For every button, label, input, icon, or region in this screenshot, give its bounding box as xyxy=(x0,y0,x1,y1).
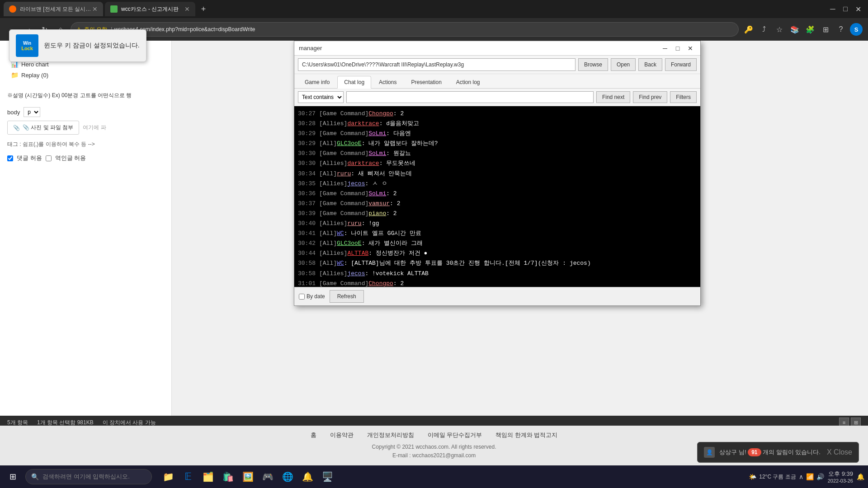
chat-player: SoLmi xyxy=(368,189,386,199)
body-select[interactable]: p xyxy=(24,107,40,117)
by-date-checkbox[interactable] xyxy=(299,294,305,300)
chat-time: 30:41 xyxy=(298,229,316,239)
tab-presentation[interactable]: Presentation xyxy=(404,76,448,88)
profile-button[interactable]: S xyxy=(850,23,863,36)
chat-line: 30:39[Game Command] piano: 2 xyxy=(298,209,697,219)
help-icon[interactable]: ? xyxy=(835,23,847,36)
browse-button[interactable]: Browse xyxy=(578,58,608,71)
filters-button[interactable]: Filters xyxy=(670,91,697,103)
open-button[interactable]: Open xyxy=(611,58,636,71)
taskbar-store[interactable]: 🛍️ xyxy=(219,468,237,486)
tab2-favicon xyxy=(110,5,118,13)
footer-link-home[interactable]: 홈 xyxy=(311,431,316,439)
search-input[interactable] xyxy=(346,91,594,103)
chat-type: [Allies] xyxy=(319,119,347,129)
start-button[interactable]: ⊞ xyxy=(4,468,22,486)
collection-icon[interactable]: 📚 xyxy=(788,23,801,36)
favorite-icon[interactable]: ☆ xyxy=(773,23,786,36)
attach-icon: 📎 xyxy=(13,125,20,131)
taskbar-chrome[interactable]: 🌐 xyxy=(278,468,297,486)
browser-tab-2[interactable]: wcc카오스 - 신고게시판 ✕ xyxy=(105,2,195,16)
attach-button[interactable]: 📎 📎 사진 및 파일 첨부 xyxy=(7,121,79,135)
close-window-btn[interactable]: ✕ xyxy=(685,43,696,54)
tab-actions[interactable]: Actions xyxy=(372,76,403,88)
chat-player: darktrace xyxy=(347,159,379,169)
footer-link-email-policy[interactable]: 이메일 무단수집거부 xyxy=(428,431,482,439)
chat-player: SoLmi xyxy=(368,149,386,159)
chat-time: 30:29 xyxy=(298,129,316,139)
chat-player: jecos xyxy=(347,179,365,189)
chat-message: : 2 xyxy=(390,199,400,209)
chat-message: : !votekick ALTTAB xyxy=(365,269,428,279)
tree-item-replay[interactable]: 📁 Replay (0) xyxy=(7,70,164,80)
taskbar-photos[interactable]: 🖼️ xyxy=(239,468,257,486)
footer-link-disclaimer[interactable]: 책임의 한계와 법적고지 xyxy=(495,431,557,439)
winlock-message: 윈도우 키 잠금이 설정되었습니다. xyxy=(44,42,140,50)
notif-close-button[interactable]: X Close xyxy=(827,448,852,456)
taskbar-edge[interactable]: 𝔼 xyxy=(179,468,197,486)
notification-bell-icon[interactable]: 🔔 xyxy=(857,473,864,480)
winlock-logo: Win Lock xyxy=(16,34,38,57)
back-nav-button[interactable]: Back xyxy=(638,58,662,71)
taskbar-app3[interactable]: 🖥️ xyxy=(318,468,336,486)
tab-game-info[interactable]: Game info xyxy=(298,76,336,88)
chat-message: : 뭔갈뇨 xyxy=(386,149,411,159)
chat-type: [All] xyxy=(319,169,337,179)
new-tab-button[interactable]: + xyxy=(197,3,210,15)
browser-tab-1[interactable]: 라이브맨 [전세계 모든 실시간 강... ✕ xyxy=(4,2,103,16)
chat-line: 30:40[Allies] ruru: !gg xyxy=(298,219,697,229)
chat-line: 30:58[Allies] jecos: !votekick ALTTAB xyxy=(298,269,697,279)
search-bar: Text contains Find next Find prev Filter… xyxy=(294,89,700,106)
footer-link-terms[interactable]: 이용약관 xyxy=(330,431,354,439)
sidebar-icon[interactable]: ⊞ xyxy=(819,23,832,36)
taskbar-date: 2022-03-26 xyxy=(828,478,853,483)
taskbar-app1[interactable]: 🎮 xyxy=(259,468,277,486)
taskbar-app2[interactable]: 🔔 xyxy=(298,468,316,486)
chat-type: [Allies] xyxy=(319,179,347,189)
taskbar-search-icon: 🔍 xyxy=(31,473,39,480)
search-type-select[interactable]: Text contains xyxy=(298,91,344,103)
minimize-window-btn[interactable]: ─ xyxy=(660,43,670,54)
chat-message: : !gg xyxy=(362,219,379,229)
forward-nav-button[interactable]: Forward xyxy=(665,58,697,71)
volume-icon[interactable]: 🔊 xyxy=(816,473,824,480)
comment-allow-checkbox[interactable] xyxy=(7,155,13,161)
taskbar-explorer[interactable]: 🗂️ xyxy=(199,468,217,486)
maximize-window-btn[interactable]: □ xyxy=(672,43,683,54)
taskbar-search-placeholder: 검색하려면 여기에 입력하십시오. xyxy=(42,473,130,481)
footer-link-privacy[interactable]: 개인정보처리방침 xyxy=(367,431,414,439)
extension-icon[interactable]: 🧩 xyxy=(804,23,816,36)
taskbar-file-manager[interactable]: 📁 xyxy=(159,468,177,486)
chat-message: : 새 삐져서 안묵는데 xyxy=(351,169,412,179)
close-browser-btn[interactable]: ✕ xyxy=(852,3,864,15)
key-icon[interactable]: 🔑 xyxy=(742,23,755,36)
tab-chat-log[interactable]: Chat log xyxy=(337,76,371,89)
minimize-browser-btn[interactable]: ─ xyxy=(826,3,839,15)
chat-message: : 새가 별신이라 그래 xyxy=(362,239,423,249)
taskbar-search[interactable]: 🔍 검색하려면 여기에 입력하십시오. xyxy=(25,469,152,484)
chat-line: 30:30[Game Command] SoLmi: 뭔갈뇨 xyxy=(298,149,697,159)
tab-action-log[interactable]: Action log xyxy=(449,76,487,88)
chat-message: : [ALTTAB]님에 대한 추방 투표를 30초간 진행 합니다.[전체 1… xyxy=(344,258,591,268)
notif-icon: 👤 xyxy=(704,447,715,458)
form-body-row: body p xyxy=(7,107,164,117)
chat-time: 30:36 xyxy=(298,189,316,199)
share-icon[interactable]: ⤴ xyxy=(758,23,770,36)
chevron-up-icon[interactable]: ∧ xyxy=(799,473,803,480)
guest-allow-checkbox[interactable] xyxy=(46,155,52,161)
maximize-browser-btn[interactable]: □ xyxy=(839,3,852,15)
comment-allow-label: 댓글 허용 xyxy=(17,154,42,162)
chat-time: 30:29 xyxy=(298,139,316,149)
refresh-button[interactable]: Refresh xyxy=(330,290,364,303)
find-next-button[interactable]: Find next xyxy=(596,91,630,103)
find-prev-button[interactable]: Find prev xyxy=(633,91,667,103)
address-bar[interactable]: ⚠ 주의 요함 | wcchaos4.com/index.php?mid=pol… xyxy=(71,22,739,37)
tab1-close[interactable]: ✕ xyxy=(92,5,98,13)
tab2-close[interactable]: ✕ xyxy=(184,5,190,13)
file-path-input[interactable] xyxy=(298,58,576,71)
chat-message: : 정신병잔가 저건 ● xyxy=(368,249,427,258)
by-date-label: By date xyxy=(307,293,325,300)
chat-type: [Game Command] xyxy=(319,189,368,199)
file-path-bar: Browse Open Back Forward xyxy=(294,56,700,74)
network-icon[interactable]: 📶 xyxy=(806,473,814,480)
